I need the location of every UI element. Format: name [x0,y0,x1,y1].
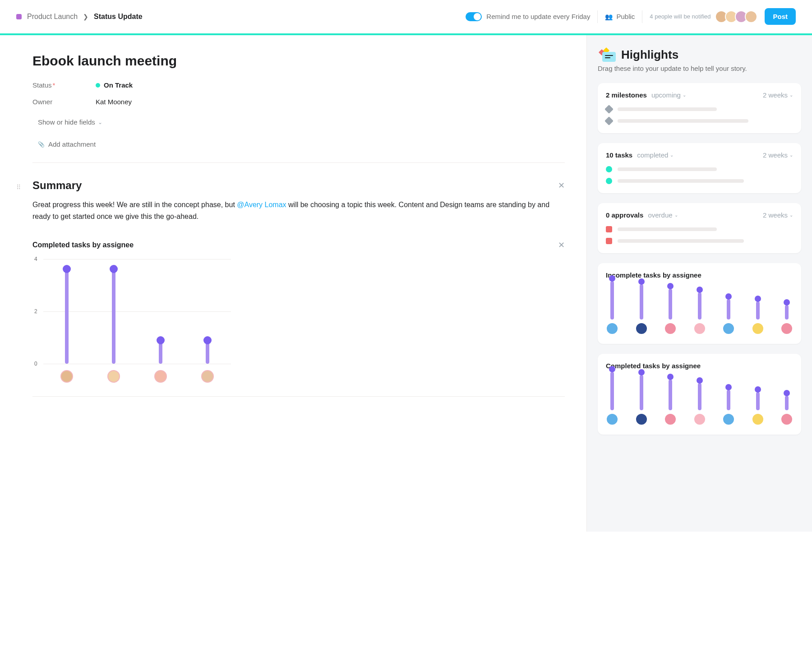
visibility-selector[interactable]: 👥 Public [605,13,635,20]
diamond-icon [604,105,614,114]
breadcrumb-page: Status Update [94,13,143,21]
breadcrumb-project[interactable]: Product Launch [27,13,78,21]
chart-bar [100,265,127,364]
highlight-item-row [606,178,793,184]
square-icon [606,226,612,232]
status-label: Status* [32,81,96,89]
mini-chart-bar [780,299,793,335]
chevron-down-icon: ⌄ [789,153,793,157]
add-attachment[interactable]: 📎 Add attachment [32,137,565,152]
mini-chart-bar [664,283,677,335]
assignee-avatar[interactable] [780,413,793,426]
highlight-card[interactable]: 2 milestonesupcoming⌄2 weeks⌄ [598,83,801,133]
visibility-label: Public [616,13,635,20]
status-field: Status* On Track [32,81,565,89]
notified-label: 4 people will be notified [650,13,710,20]
owner-field: Owner Kat Mooney [32,98,565,106]
assignee-avatar[interactable] [635,322,648,335]
highlight-filter-dropdown[interactable]: completed⌄ [637,151,674,159]
separator [642,10,642,23]
square-icon [606,238,612,244]
highlight-filter-dropdown[interactable]: overdue⌄ [648,211,678,219]
post-button[interactable]: Post [765,8,796,25]
assignee-avatar[interactable] [606,322,618,335]
assignee-avatar[interactable] [722,322,735,335]
assignee-avatar[interactable] [664,413,677,426]
mini-chart-bar [606,366,618,426]
placeholder-bar [618,227,717,231]
highlight-card[interactable]: 10 taskscompleted⌄2 weeks⌄ [598,143,801,193]
highlight-item-row [606,118,793,124]
completed-tasks-chart: 024 [32,259,231,385]
highlights-title: Highlights [621,48,678,62]
owner-value[interactable]: Kat Mooney [96,98,132,106]
highlights-pane: Highlights Drag these into your update t… [586,35,812,532]
circle-icon [606,178,612,184]
assignee-avatar[interactable] [722,413,735,426]
assignee-avatar[interactable] [60,370,73,383]
status-value[interactable]: On Track [96,81,133,89]
assignee-avatar[interactable] [606,413,618,426]
highlights-icon [598,48,616,62]
divider [32,396,565,397]
reminder-label: Remind me to update every Friday [486,13,590,20]
highlight-card[interactable]: 0 approvalsoverdue⌄2 weeks⌄ [598,203,801,253]
y-axis-tick: 2 [34,308,37,315]
highlight-range-dropdown[interactable]: 2 weeks⌄ [763,151,793,159]
assignee-avatar[interactable] [752,322,764,335]
highlight-range-dropdown[interactable]: 2 weeks⌄ [763,91,793,99]
remove-section-button[interactable]: ✕ [558,181,565,190]
assignee-avatar[interactable] [107,370,120,383]
diamond-icon [604,116,614,125]
assignee-avatar[interactable] [693,413,706,426]
avatar[interactable] [745,10,757,23]
mini-chart-bar [780,390,793,426]
chevron-down-icon: ⌄ [670,153,674,157]
summary-heading: Summary [32,179,82,192]
assignee-avatar[interactable] [693,322,706,335]
mini-chart-bar [693,377,706,426]
mini-chart-bar [752,386,764,426]
reminder-toggle[interactable] [466,12,482,21]
highlight-chart-card[interactable]: Incomplete tasks by assignee [598,263,801,344]
highlight-count: 2 milestones [606,91,647,99]
project-color-dot [16,14,22,19]
chevron-down-icon: ⌄ [98,119,102,125]
assignee-avatar[interactable] [154,370,167,383]
reminder-toggle-group: Remind me to update every Friday [466,12,590,21]
chart-bar [53,265,80,364]
show-hide-fields[interactable]: Show or hide fields ⌄ [32,115,565,130]
breadcrumb: Product Launch ❯ Status Update [16,13,143,21]
assignee-avatar[interactable] [201,370,214,383]
assignee-avatar[interactable] [664,322,677,335]
summary-body[interactable]: Great progress this week! We are still i… [32,199,565,222]
status-dot-icon [96,83,100,88]
mini-chart-bar [722,384,735,426]
drag-handle-icon[interactable]: ⠿ [16,184,21,191]
editor-pane: Ebook launch meeting Status* On Track Ow… [0,35,586,532]
user-mention[interactable]: @Avery Lomax [237,201,286,208]
people-icon: 👥 [605,13,613,20]
remove-section-button[interactable]: ✕ [558,240,565,250]
highlight-chart-card[interactable]: Completed tasks by assignee [598,354,801,435]
highlight-range-dropdown[interactable]: 2 weeks⌄ [763,211,793,219]
assignee-avatar[interactable] [780,322,793,335]
notified-avatars[interactable] [718,10,757,23]
divider [32,162,565,163]
assignee-avatar[interactable] [752,413,764,426]
update-title[interactable]: Ebook launch meeting [32,53,565,69]
chevron-down-icon: ⌄ [674,213,678,218]
chart-section-header: Completed tasks by assignee ✕ [32,240,565,250]
highlights-header: Highlights [598,48,801,62]
mini-chart-bar [722,293,735,335]
chevron-down-icon: ⌄ [789,93,793,97]
owner-label: Owner [32,98,96,106]
highlight-item-row [606,226,793,232]
assignee-avatar[interactable] [635,413,648,426]
placeholder-bar [618,119,748,123]
chart-section-title: Completed tasks by assignee [32,241,134,249]
chart-bar [194,336,221,364]
highlight-filter-dropdown[interactable]: upcoming⌄ [651,91,686,99]
highlight-chart-title: Completed tasks by assignee [606,362,793,370]
highlight-count: 0 approvals [606,211,643,219]
